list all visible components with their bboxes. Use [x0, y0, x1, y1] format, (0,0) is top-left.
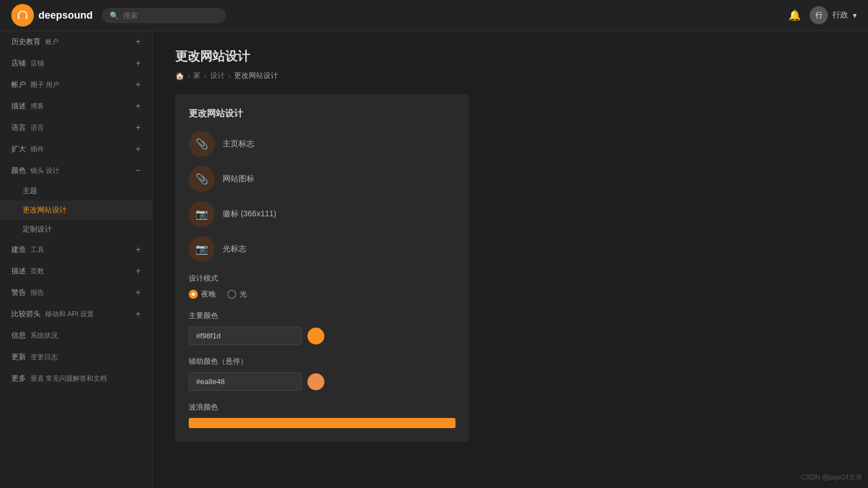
- breadcrumb-design[interactable]: 设计: [210, 71, 225, 81]
- sidebar-item-history-edu[interactable]: 历史教育 账户 +: [0, 31, 152, 53]
- primary-color-row: [189, 326, 455, 345]
- hover-color-label: 辅助颜色（悬停）: [189, 356, 455, 367]
- expand-icon: +: [136, 101, 141, 111]
- content-inner: 更改网站设计 🏠 › 家 › 设计 › 更改网站设计 更改网站设计 📎 主页标志…: [153, 31, 661, 459]
- sidebar-item-shop[interactable]: 店铺 店铺 +: [0, 53, 152, 74]
- expand-icon: +: [136, 37, 141, 47]
- expand-icon: +: [136, 266, 141, 276]
- radio-label-light: 光: [240, 289, 247, 299]
- upload-main-logo-label: 主页标志: [223, 139, 254, 149]
- upload-row-site-icon: 📎 网站图标: [189, 166, 455, 192]
- sidebar-item-more[interactable]: 更多 垂直 常见问题解答和文档: [0, 368, 152, 389]
- logo-wrap: deepsound: [11, 4, 93, 27]
- sidebar-item-color-design[interactable]: 颜色 镜头 设计 −: [0, 160, 152, 181]
- sidebar-sub-item-site-design[interactable]: 更改网站设计: [0, 201, 152, 220]
- sidebar-item-describe2[interactable]: 描述 页数 +: [0, 260, 152, 282]
- upload-badge-button[interactable]: 📷: [189, 201, 215, 227]
- radio-dot-night: [189, 290, 198, 299]
- sidebar-item-info[interactable]: 信息 系统状况: [0, 325, 152, 346]
- page-title: 更改网站设计: [175, 48, 639, 65]
- sidebar-sub-item-theme[interactable]: 主题: [0, 181, 152, 201]
- design-mode-radio-group: 夜晚 光: [189, 289, 455, 299]
- upload-site-icon-button[interactable]: 📎: [189, 166, 215, 192]
- hover-color-input[interactable]: [189, 372, 302, 391]
- header-left: deepsound 🔍: [11, 4, 226, 27]
- expand-icon: +: [136, 309, 141, 319]
- primary-color-label: 主要颜色: [189, 311, 455, 321]
- sidebar-item-describe[interactable]: 描述 博客 +: [0, 95, 152, 117]
- radio-label-night: 夜晚: [201, 289, 216, 299]
- header: deepsound 🔍 🔔 行 行政 ▾: [0, 0, 868, 31]
- sidebar-item-build[interactable]: 建造 工具 +: [0, 239, 152, 260]
- sidebar-item-compare[interactable]: 比较箭头 移动和 API 设置 +: [0, 303, 152, 325]
- sidebar: 历史教育 账户 + 店铺 店铺 + 帐户 圈子 用户 + 描述 博客 +: [0, 31, 153, 488]
- sidebar-item-language[interactable]: 语言 语言 +: [0, 117, 152, 138]
- upload-cursor-label: 光标志: [223, 244, 246, 254]
- upload-row-badge: 📷 徽标 (366x111): [189, 201, 455, 227]
- avatar: 行: [810, 6, 828, 24]
- radio-light[interactable]: 光: [227, 289, 247, 299]
- upload-badge-label: 徽标 (366x111): [223, 209, 276, 219]
- design-mode-label: 设计模式: [189, 273, 455, 284]
- upload-row-main-logo: 📎 主页标志: [189, 131, 455, 157]
- hover-color-picker[interactable]: [307, 373, 324, 390]
- breadcrumb-current: 更改网站设计: [234, 71, 278, 81]
- sidebar-sub-item-custom-design[interactable]: 定制设计: [0, 220, 152, 239]
- logo-icon: [11, 4, 34, 27]
- search-bar[interactable]: 🔍: [102, 8, 226, 23]
- expand-icon: +: [136, 144, 141, 154]
- main-layout: 历史教育 账户 + 店铺 店铺 + 帐户 圈子 用户 + 描述 博客 +: [0, 31, 868, 488]
- expand-icon: +: [136, 80, 141, 90]
- collapse-icon: −: [136, 165, 141, 176]
- hover-color-row: [189, 372, 455, 391]
- search-input[interactable]: [123, 11, 218, 20]
- watermark: CSDN @pqw24文哥: [801, 473, 862, 482]
- radio-night[interactable]: 夜晚: [189, 289, 216, 299]
- breadcrumb: 🏠 › 家 › 设计 › 更改网站设计: [175, 71, 639, 81]
- card-title: 更改网站设计: [189, 108, 455, 120]
- sidebar-item-account[interactable]: 帐户 圈子 用户 +: [0, 74, 152, 95]
- primary-color-input[interactable]: [189, 326, 302, 345]
- upload-main-logo-button[interactable]: 📎: [189, 131, 215, 157]
- user-menu-button[interactable]: 行 行政 ▾: [810, 6, 857, 24]
- user-label: 行政: [832, 10, 848, 20]
- design-card: 更改网站设计 📎 主页标志 📎 网站图标 📷 徽标 (366x111) 📷 光标: [175, 94, 469, 442]
- expand-icon: +: [136, 287, 141, 298]
- wave-color-label: 波浪颜色: [189, 402, 455, 412]
- primary-color-picker[interactable]: [307, 328, 324, 345]
- radio-dot-light: [227, 290, 236, 299]
- expand-icon: +: [136, 58, 141, 68]
- sidebar-item-update[interactable]: 更新 变更日志: [0, 346, 152, 368]
- expand-icon: +: [136, 123, 141, 133]
- logo-text: deepsound: [38, 10, 93, 21]
- upload-site-icon-label: 网站图标: [223, 174, 254, 184]
- content-area: 更改网站设计 🏠 › 家 › 设计 › 更改网站设计 更改网站设计 📎 主页标志…: [153, 31, 868, 488]
- sidebar-item-expand[interactable]: 扩大 插件 +: [0, 138, 152, 160]
- expand-icon: +: [136, 245, 141, 255]
- breadcrumb-home[interactable]: 家: [193, 71, 201, 81]
- user-chevron-icon: ▾: [853, 11, 857, 20]
- headphones-icon: [16, 9, 29, 21]
- header-right: 🔔 行 行政 ▾: [788, 6, 857, 24]
- search-icon: 🔍: [110, 11, 119, 20]
- notification-bell[interactable]: 🔔: [788, 9, 801, 21]
- upload-row-cursor: 📷 光标志: [189, 236, 455, 262]
- home-icon[interactable]: 🏠: [175, 72, 184, 80]
- sidebar-item-warning[interactable]: 警告 报告 +: [0, 282, 152, 303]
- wave-color-bar[interactable]: [189, 418, 455, 428]
- upload-cursor-button[interactable]: 📷: [189, 236, 215, 262]
